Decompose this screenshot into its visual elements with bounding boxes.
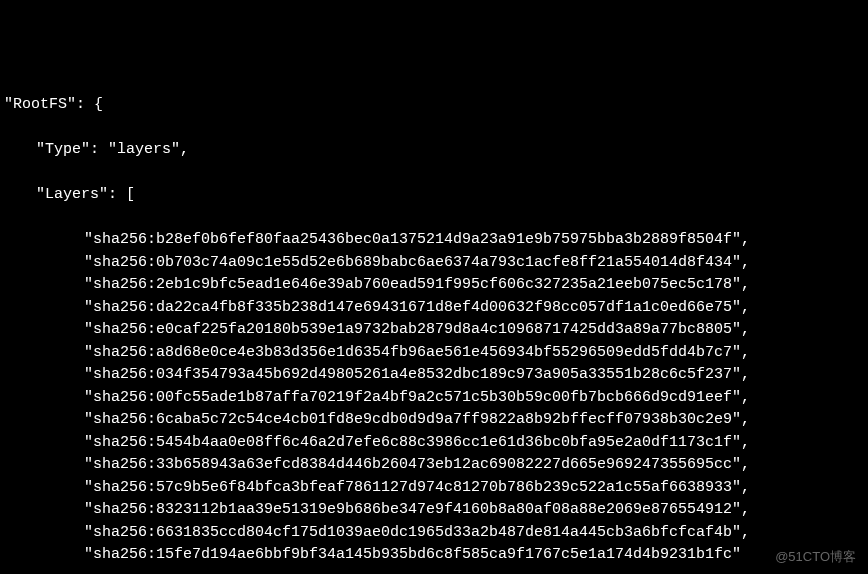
- layers-list: "sha256:b28ef0b6fef80faa25436bec0a137521…: [4, 229, 864, 567]
- layer-hash-line: "sha256:da22ca4fb8f335b238d147e69431671d…: [4, 297, 864, 320]
- layer-hash-line: "sha256:5454b4aa0e08ff6c46a2d7efe6c88c39…: [4, 432, 864, 455]
- type-line: "Type": "layers",: [4, 139, 864, 162]
- layer-hash-line: "sha256:33b658943a63efcd8384d446b260473e…: [4, 454, 864, 477]
- layer-hash-line: "sha256:00fc55ade1b87affa70219f2a4bf9a2c…: [4, 387, 864, 410]
- layer-hash-line: "sha256:e0caf225fa20180b539e1a9732bab287…: [4, 319, 864, 342]
- watermark-text: @51CTO博客: [775, 547, 856, 567]
- layer-hash-line: "sha256:57c9b5e6f84bfca3bfeaf7861127d974…: [4, 477, 864, 500]
- layer-hash-line: "sha256:034f354793a45b692d49805261a4e853…: [4, 364, 864, 387]
- layer-hash-line: "sha256:6caba5c72c54ce4cb01fd8e9cdb0d9d9…: [4, 409, 864, 432]
- layer-hash-line: "sha256:2eb1c9bfc5ead1e646e39ab760ead591…: [4, 274, 864, 297]
- layer-hash-line: "sha256:6631835ccd804cf175d1039ae0dc1965…: [4, 522, 864, 545]
- layer-hash-line: "sha256:8323112b1aa39e51319e9b686be347e9…: [4, 499, 864, 522]
- layer-hash-line: "sha256:a8d68e0ce4e3b83d356e1d6354fb96ae…: [4, 342, 864, 365]
- layer-hash-line: "sha256:15fe7d194ae6bbf9bf34a145b935bd6c…: [4, 544, 864, 567]
- layer-hash-line: "sha256:0b703c74a09c1e55d52e6b689babc6ae…: [4, 252, 864, 275]
- layer-hash-line: "sha256:b28ef0b6fef80faa25436bec0a137521…: [4, 229, 864, 252]
- layers-open-line: "Layers": [: [4, 184, 864, 207]
- rootfs-key-line: "RootFS": {: [4, 94, 864, 117]
